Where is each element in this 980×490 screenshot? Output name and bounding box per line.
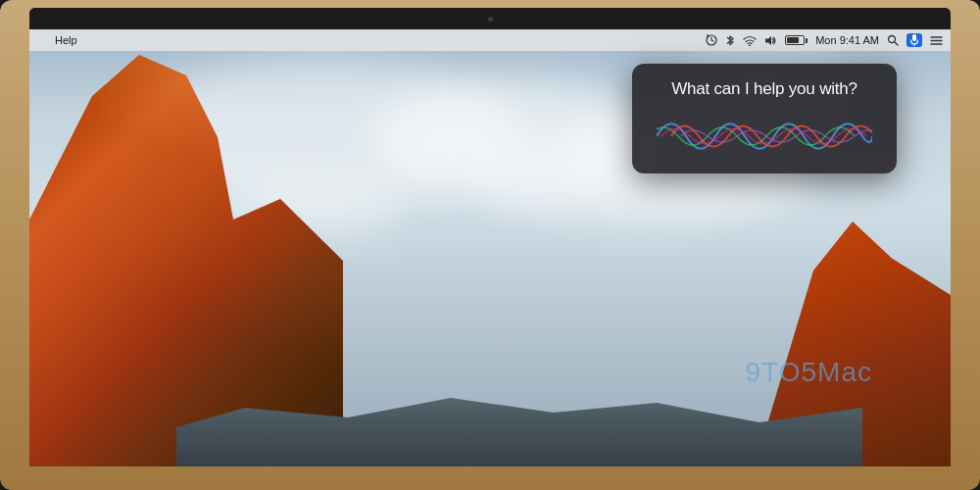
svg-rect-5 xyxy=(912,34,916,41)
laptop-outer: 9TO5Mac Help xyxy=(0,0,980,490)
siri-waveform xyxy=(650,113,879,160)
siri-icon[interactable] xyxy=(906,33,922,47)
siri-popup: What can I help you with? xyxy=(632,64,897,173)
siri-prompt-text: What can I help you with? xyxy=(650,79,879,99)
volume-icon[interactable] xyxy=(764,35,777,46)
help-menu[interactable]: Help xyxy=(55,34,77,46)
svg-marker-2 xyxy=(765,36,771,45)
watermark: 9TO5Mac xyxy=(746,357,872,388)
camera-dot xyxy=(488,17,493,22)
screen: 9TO5Mac Help xyxy=(29,29,951,466)
menubar-left: Help xyxy=(37,34,77,46)
time-machine-icon[interactable] xyxy=(706,34,717,46)
siri-wave-visual xyxy=(657,115,872,158)
menubar: Help xyxy=(29,29,951,51)
wifi-icon[interactable] xyxy=(743,35,757,46)
menubar-time: Mon 9:41 AM xyxy=(815,34,879,46)
screen-bezel: 9TO5Mac Help xyxy=(29,8,951,466)
spotlight-search-icon[interactable] xyxy=(887,34,899,46)
camera-bar xyxy=(29,8,951,29)
svg-point-1 xyxy=(749,44,751,46)
bluetooth-icon[interactable] xyxy=(725,34,735,47)
notification-center-icon[interactable] xyxy=(930,35,943,46)
battery-icon[interactable] xyxy=(785,35,808,45)
svg-line-4 xyxy=(895,42,899,46)
menubar-right: Mon 9:41 AM xyxy=(706,33,943,47)
